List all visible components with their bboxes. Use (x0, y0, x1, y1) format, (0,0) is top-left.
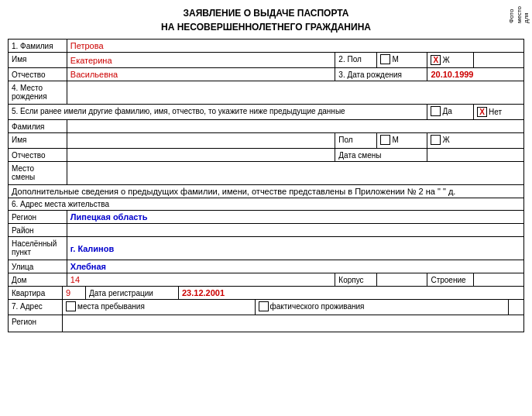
data-rozhdeniya-label: 3. Дата рождения (335, 68, 427, 81)
side-label: Фото место для (508, 6, 530, 23)
region-row: Регион Липецкая область (9, 211, 524, 224)
dop-svedenia-row: Дополнительные сведения о предыдущих фам… (9, 185, 524, 198)
prev-data-smeny-label: Дата смены (335, 149, 427, 162)
naselenny-punkt-row: Населённый пункт г. Калинов (9, 237, 524, 260)
prev-mesto-smeny-value (67, 162, 523, 185)
kvartira-row: Квартира 9 Дата регистрации 23.12.2001 (9, 287, 524, 300)
dop-svedenia-text: Дополнительные сведения о предыдущих фам… (9, 185, 524, 198)
pol-zh-label: Ж (442, 56, 449, 64)
adres7-extra (508, 300, 523, 315)
region-value: Липецкая область (67, 211, 523, 224)
pol-m-cell: М (377, 53, 427, 68)
previous-names-text: 5. Если ранее имели другие фамилию, имя,… (9, 105, 427, 120)
prev-data-smeny-value (427, 149, 524, 162)
familiya-label: 1. Фамилия (9, 40, 67, 53)
prev-otchestvo-row: Отчество Дата смены (9, 149, 524, 162)
region7-row: Регион (9, 315, 524, 332)
dop-svedenia-suffix: " д. (443, 187, 455, 196)
prev-pol-zh-checkbox[interactable] (431, 135, 441, 145)
pol-label: 2. Пол (335, 53, 377, 68)
naselenny-punkt-value: г. Калинов (67, 237, 523, 260)
pol-m-label: М (392, 55, 398, 64)
prev-mesto-smeny-label: Место смены (9, 162, 67, 185)
prev-familiya-label: Фамилия (9, 120, 67, 133)
prev-imya-label: Имя (9, 133, 67, 149)
ulitsa-label: Улица (9, 260, 67, 273)
prev-pol-m-checkbox[interactable] (380, 135, 390, 145)
kvartira-value: 9 (63, 287, 86, 300)
net-label: Нет (489, 108, 502, 116)
net-checkbox[interactable]: X (477, 107, 487, 117)
mesto-rozhdeniya-row: 4. Место рождения (9, 81, 524, 105)
dom-label: Дом (9, 273, 67, 287)
naselenny-punkt-label: Населённый пункт (9, 237, 67, 260)
familiya-value: Петрова (67, 40, 523, 53)
dom-row: Дом 14 Корпус Строение (9, 273, 524, 287)
adres-header: 6. Адрес места жительства (9, 198, 524, 211)
net-cell: X Нет (473, 105, 523, 120)
faktichesk-label: фактического проживания (270, 302, 365, 311)
adres7-label: 7. Адрес (9, 300, 63, 315)
prev-pol-zh-cell: Ж (427, 133, 524, 149)
data-reg-label: Дата регистрации (86, 287, 179, 300)
prev-familiya-value (67, 120, 523, 133)
prev-imya-value (67, 133, 335, 149)
prev-imya-row: Имя Пол М Ж (9, 133, 524, 149)
pol-zh-cell: X Ж (427, 53, 474, 68)
prev-pol-m-cell: М (377, 133, 427, 149)
mesto-rozhdeniya-label: 4. Место рождения (9, 81, 67, 105)
prev-familiya-row: Фамилия (9, 120, 524, 133)
imya-label: Имя (9, 53, 67, 68)
region7-label: Регион (9, 315, 63, 332)
adres-header-row: 6. Адрес места жительства (9, 198, 524, 211)
pol-extra (473, 53, 523, 68)
da-label: Да (442, 107, 451, 115)
otchestvo-value: Васильевна (67, 68, 335, 81)
prev-pol-label: Пол (335, 133, 377, 149)
faktichesk-cell: фактического проживания (255, 300, 508, 315)
otchestvo-label: Отчество (9, 68, 67, 81)
prev-otchestvo-value (67, 149, 335, 162)
region7-value (63, 315, 524, 332)
otchestvo-row: Отчество Васильевна 3. Дата рождения 20.… (9, 68, 524, 81)
mesto-rozhdeniya-value (67, 81, 523, 105)
ulitsa-row: Улица Хлебная (9, 260, 524, 273)
dom-value: 14 (67, 273, 335, 287)
page: Фото место для ЗАЯВЛЕНИЕ О ВЫДАЧЕ ПАСПОР… (0, 0, 532, 339)
pol-m-checkbox[interactable] (380, 54, 390, 64)
ulitsa-value: Хлебная (67, 260, 523, 273)
familiya-row: 1. Фамилия Петрова (9, 40, 524, 53)
mesta-prebyvaniya-checkbox[interactable] (66, 301, 76, 311)
stroenie-value (473, 273, 523, 287)
data-reg-value: 23.12.2001 (179, 287, 524, 300)
page-title: ЗАЯВЛЕНИЕ О ВЫДАЧЕ ПАСПОРТА НА НЕСОВЕРШЕ… (8, 6, 524, 34)
region-label: Регион (9, 211, 67, 224)
prev-pol-m-label: М (392, 136, 398, 144)
imya-value: Екатерина (67, 53, 335, 68)
da-checkbox[interactable] (431, 106, 441, 116)
korpus-label: Корпус (335, 273, 377, 287)
adres7-row: 7. Адрес места пребывания фактического п… (9, 300, 524, 315)
prev-mesto-smeny-row: Место смены (9, 162, 524, 185)
data-rozhdeniya-value: 20.10.1999 (427, 68, 524, 81)
rayon-row: Район (9, 224, 524, 237)
pol-zh-checkbox[interactable]: X (431, 55, 441, 65)
rayon-value (67, 224, 523, 237)
mesta-prebyvaniya-label: места пребывания (77, 302, 145, 311)
stroenie-label: Строение (427, 273, 474, 287)
faktichesk-checkbox[interactable] (259, 301, 269, 311)
rayon-label: Район (9, 224, 67, 237)
previous-names-row: 5. Если ранее имели другие фамилию, имя,… (9, 105, 524, 120)
imya-row: Имя Екатерина 2. Пол М X Ж (9, 53, 524, 68)
da-cell: Да (427, 105, 474, 120)
mesta-prebyvaniya-cell: места пребывания (63, 300, 256, 315)
prev-otchestvo-label: Отчество (9, 149, 67, 162)
korpus-value (377, 273, 427, 287)
prev-pol-zh-label: Ж (442, 136, 449, 144)
kvartira-label: Квартира (9, 287, 63, 300)
